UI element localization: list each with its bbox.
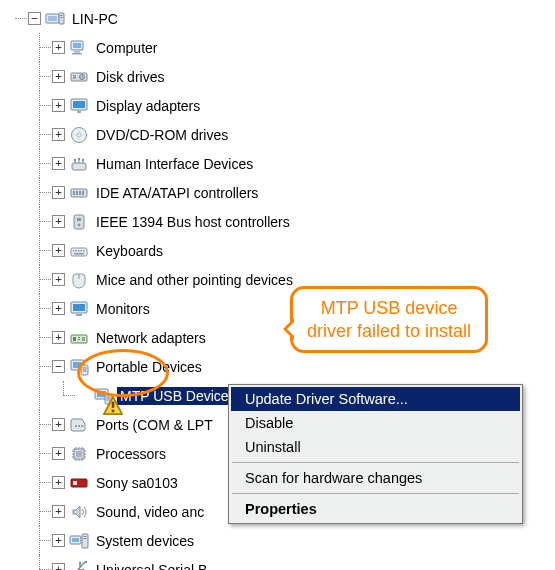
keyboard-icon [69, 241, 89, 261]
computer-icon [69, 38, 89, 58]
menu-update-driver[interactable]: Update Driver Software... [231, 387, 520, 411]
expand-icon[interactable]: + [52, 99, 65, 112]
expand-icon[interactable]: + [52, 418, 65, 431]
svg-rect-15 [77, 111, 81, 113]
svg-rect-23 [73, 191, 75, 195]
tree-category-label: Human Interface Devices [93, 155, 256, 173]
svg-rect-14 [73, 101, 85, 108]
svg-point-20 [78, 157, 80, 159]
tree-category-label: Display adapters [93, 97, 203, 115]
svg-rect-36 [74, 253, 84, 255]
tree-category[interactable]: +Universal Serial B [4, 555, 551, 570]
svg-rect-24 [76, 191, 78, 195]
menu-uninstall[interactable]: Uninstall [231, 435, 520, 459]
sound-icon [69, 502, 89, 522]
tree-category-label: IEEE 1394 Bus host controllers [93, 213, 293, 231]
expand-icon[interactable]: + [52, 157, 65, 170]
tree-category[interactable]: +DVD/CD-ROM drives [4, 120, 551, 149]
svg-point-57 [75, 425, 77, 427]
menu-disable[interactable]: Disable [231, 411, 520, 435]
svg-rect-42 [73, 337, 76, 341]
warning-badge-icon [103, 396, 114, 407]
tree-category[interactable]: +Keyboards [4, 236, 551, 265]
svg-point-11 [81, 76, 83, 78]
tree-category-label: Computer [93, 39, 160, 57]
svg-rect-44 [78, 339, 80, 340]
processor-icon [69, 444, 89, 464]
expand-icon[interactable]: + [52, 505, 65, 518]
expand-icon[interactable]: + [52, 215, 65, 228]
tree-category[interactable]: +Computer [4, 33, 551, 62]
callout-line2: driver failed to install [307, 320, 471, 343]
expand-icon[interactable]: + [52, 128, 65, 141]
svg-point-19 [74, 158, 76, 160]
expand-icon[interactable]: + [52, 476, 65, 489]
sony-icon [69, 473, 89, 493]
mouse-icon [69, 270, 89, 290]
expand-icon[interactable]: + [52, 331, 65, 344]
menu-separator [232, 493, 519, 494]
svg-rect-31 [73, 250, 75, 252]
tree-category-label: Keyboards [93, 242, 166, 260]
expand-icon[interactable]: + [52, 70, 65, 83]
tree-category-label: Processors [93, 445, 169, 463]
svg-rect-45 [82, 337, 85, 341]
callout-line1: MTP USB device [307, 297, 471, 320]
tree-category[interactable]: +System devices [4, 526, 551, 555]
display-icon [69, 96, 89, 116]
expand-icon[interactable]: + [52, 244, 65, 257]
ide-icon [69, 183, 89, 203]
expand-icon[interactable]: + [52, 534, 65, 547]
collapse-icon[interactable]: − [52, 360, 65, 373]
svg-rect-33 [78, 250, 80, 252]
tree-category[interactable]: +Display adapters [4, 91, 551, 120]
svg-rect-49 [83, 367, 87, 372]
svg-rect-28 [77, 218, 81, 221]
expand-icon[interactable]: + [52, 186, 65, 199]
collapse-icon[interactable]: − [28, 12, 41, 25]
computer-root-icon [45, 9, 65, 29]
tree-category[interactable]: +IDE ATA/ATAPI controllers [4, 178, 551, 207]
svg-rect-12 [73, 75, 76, 79]
annotation-callout: MTP USB device driver failed to install [290, 286, 488, 353]
svg-rect-26 [82, 191, 84, 195]
tree-category[interactable]: −Portable Devices [4, 352, 551, 381]
network-icon [69, 328, 89, 348]
menu-scan-hardware[interactable]: Scan for hardware changes [231, 466, 520, 490]
tree-root[interactable]: − LIN-PC [4, 4, 551, 33]
svg-rect-25 [79, 191, 81, 195]
svg-rect-1 [48, 16, 57, 21]
expand-icon[interactable]: + [52, 563, 65, 570]
svg-rect-27 [74, 215, 84, 229]
mtp-device-icon [93, 386, 113, 406]
svg-rect-77 [72, 538, 79, 542]
expand-icon[interactable]: + [52, 273, 65, 286]
expand-icon[interactable]: + [52, 41, 65, 54]
svg-rect-55 [112, 401, 115, 407]
svg-rect-80 [84, 538, 87, 539]
tree-category-label: System devices [93, 532, 197, 550]
svg-rect-30 [71, 248, 87, 256]
svg-rect-43 [78, 337, 80, 338]
hid-icon [69, 154, 89, 174]
menu-separator [232, 462, 519, 463]
svg-rect-2 [59, 13, 64, 24]
svg-rect-32 [76, 250, 78, 252]
dvd-icon [69, 125, 89, 145]
svg-rect-4 [61, 17, 63, 18]
tree-category[interactable]: +Disk drives [4, 62, 551, 91]
svg-rect-8 [72, 53, 82, 55]
system-icon [69, 531, 89, 551]
svg-point-21 [82, 158, 84, 160]
tree-category-label: Universal Serial B [93, 561, 210, 571]
expand-icon[interactable]: + [52, 302, 65, 315]
tree-category-label: Sound, video anc [93, 503, 207, 521]
expand-icon[interactable]: + [52, 447, 65, 460]
tree-category[interactable]: +IEEE 1394 Bus host controllers [4, 207, 551, 236]
menu-properties[interactable]: Properties [231, 497, 520, 521]
portable-icon [69, 357, 89, 377]
svg-rect-6 [73, 43, 81, 48]
tree-category[interactable]: +Human Interface Devices [4, 149, 551, 178]
svg-rect-56 [112, 409, 115, 412]
svg-rect-79 [84, 536, 87, 537]
